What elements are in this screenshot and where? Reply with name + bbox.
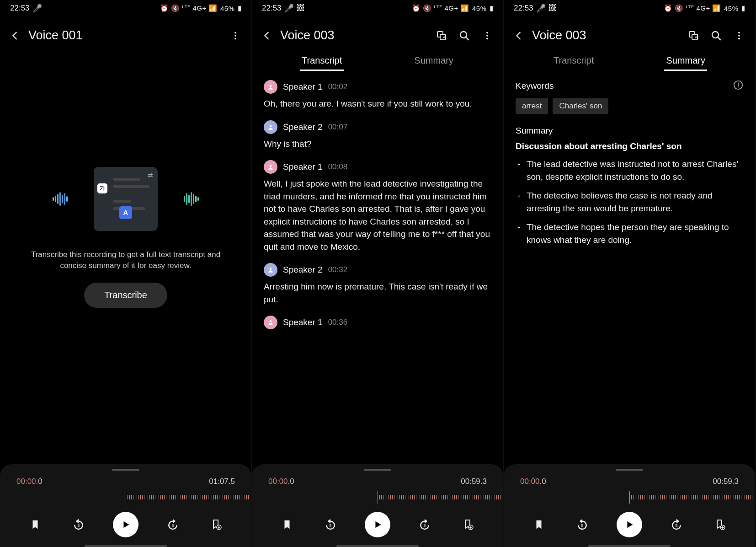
more-icon[interactable]: [481, 30, 493, 42]
transcript-list: Speaker 100:02 Oh, there you are. I wasn…: [264, 80, 491, 333]
transcribe-prompt: Transcribe this recording to get a full …: [12, 249, 240, 271]
bookmark-add-button[interactable]: [207, 515, 225, 534]
tab-transcript[interactable]: Transcript: [300, 52, 344, 71]
svg-point-13: [270, 85, 272, 87]
status-time: 22:53: [262, 4, 282, 13]
speaker-label: Speaker 1: [283, 317, 323, 327]
svg-text:A: A: [695, 35, 697, 39]
forward-5-button[interactable]: 5: [415, 515, 434, 534]
forward-5-button[interactable]: 5: [164, 515, 182, 534]
speaker-label: Speaker 1: [283, 162, 323, 172]
summary-list: The lead detective was instructed not to…: [516, 158, 743, 246]
battery-icon: ▮: [490, 4, 494, 12]
svg-point-11: [486, 35, 488, 37]
status-battery: 45%: [472, 5, 487, 12]
status-bar: 22:53 🎤 🖼 ⏰ 🔇 ᴸᵀᴱ 4G+ 📶 45% ▮: [252, 0, 503, 16]
svg-text:5: 5: [171, 523, 174, 528]
svg-point-25: [738, 32, 740, 33]
keyword-chip[interactable]: Charles' son: [553, 98, 608, 114]
search-icon[interactable]: [710, 30, 722, 42]
svg-point-27: [738, 38, 740, 39]
header: Voice 001: [0, 16, 251, 52]
tab-summary[interactable]: Summary: [664, 52, 707, 71]
drag-handle[interactable]: [616, 469, 643, 471]
waveform[interactable]: [504, 491, 755, 504]
status-time: 22:53: [10, 4, 30, 13]
message-text: Arresting him now is premature. This cas…: [264, 280, 491, 306]
more-icon[interactable]: [733, 30, 745, 42]
status-icons: ⏰ 🔇 ᴸᵀᴱ 4G+ 📶: [664, 4, 721, 12]
status-bar: 22:53 🎤 ⏰ 🔇 ᴸᵀᴱ 4G+ 📶 45% ▮: [0, 0, 251, 16]
timestamp: 00:08: [328, 162, 348, 172]
keyword-chips: arrest Charles' son: [516, 98, 743, 114]
avatar-icon: [264, 316, 277, 329]
nav-bar-handle[interactable]: [588, 545, 671, 547]
time-current: 00:00.0: [268, 477, 294, 486]
message-text: Oh, there you are. I wasn't sure if you …: [264, 97, 491, 110]
svg-text:5: 5: [581, 523, 584, 528]
message-text: Why is that?: [264, 138, 491, 150]
header: Voice 003 A: [252, 16, 503, 52]
rewind-5-button[interactable]: 5: [321, 515, 340, 534]
nav-bar-handle[interactable]: [336, 545, 419, 547]
transcript-message: Speaker 200:07 Why is that?: [264, 120, 491, 150]
svg-text:5: 5: [78, 523, 80, 528]
time-duration: 00:59.3: [461, 477, 487, 486]
translate-icon[interactable]: A: [436, 30, 447, 42]
more-icon[interactable]: [229, 30, 241, 42]
tab-transcript[interactable]: Transcript: [552, 52, 596, 71]
svg-text:5: 5: [423, 523, 426, 528]
status-battery: 45%: [724, 5, 739, 12]
image-icon: 🖼: [297, 4, 304, 13]
waveform[interactable]: [252, 491, 503, 504]
play-button[interactable]: [113, 512, 138, 537]
bookmark-button[interactable]: [26, 515, 44, 534]
avatar-icon: [264, 160, 277, 174]
page-title: Voice 003: [532, 28, 679, 43]
tabs: Transcript Summary: [504, 52, 755, 71]
bookmark-add-button[interactable]: [459, 515, 477, 534]
mic-icon: 🎤: [284, 4, 294, 13]
svg-point-17: [270, 321, 272, 323]
keywords-heading: Keywords: [516, 81, 554, 91]
time-duration: 00:59.3: [713, 477, 739, 486]
summary-point: The detective hopes the person they are …: [516, 221, 743, 246]
back-button[interactable]: [10, 31, 20, 41]
waveform[interactable]: [0, 491, 251, 504]
battery-icon: ▮: [238, 4, 242, 12]
mic-icon: 🎤: [32, 4, 42, 13]
transcribe-button[interactable]: Transcribe: [84, 283, 167, 308]
back-button[interactable]: [514, 31, 524, 41]
translate-icon[interactable]: A: [687, 30, 699, 42]
info-icon[interactable]: [733, 80, 743, 92]
summary-point: The detective believes the case is not r…: [516, 189, 743, 215]
nav-bar-handle[interactable]: [85, 545, 167, 547]
play-button[interactable]: [365, 512, 390, 537]
rewind-5-button[interactable]: 5: [69, 515, 88, 534]
back-button[interactable]: [262, 31, 272, 41]
keyword-chip[interactable]: arrest: [516, 98, 548, 114]
bookmark-button[interactable]: [530, 515, 548, 534]
svg-point-1: [234, 35, 236, 37]
page-title: Voice 001: [28, 28, 221, 43]
status-time: 22:53: [514, 4, 533, 13]
bookmark-add-button[interactable]: [711, 515, 729, 534]
transcript-message: Speaker 200:32 Arresting him now is prem…: [264, 263, 491, 306]
drag-handle[interactable]: [112, 469, 139, 471]
status-battery: 45%: [220, 5, 235, 12]
tabs: Transcript Summary: [252, 52, 503, 71]
tab-summary[interactable]: Summary: [412, 52, 455, 71]
forward-5-button[interactable]: 5: [667, 515, 686, 534]
avatar-icon: [264, 120, 277, 134]
drag-handle[interactable]: [364, 469, 391, 471]
svg-point-0: [234, 32, 236, 33]
svg-point-26: [738, 35, 740, 37]
transcribe-illustration: ⇄ 가 A: [53, 162, 199, 236]
player-panel: 00:00.0 00:59.3 5 5: [252, 464, 503, 547]
play-button[interactable]: [617, 512, 642, 537]
bookmark-button[interactable]: [278, 515, 296, 534]
rewind-5-button[interactable]: 5: [573, 515, 591, 534]
time-current: 00:00.0: [16, 477, 43, 486]
time-current: 00:00.0: [520, 477, 546, 486]
search-icon[interactable]: [458, 30, 470, 42]
